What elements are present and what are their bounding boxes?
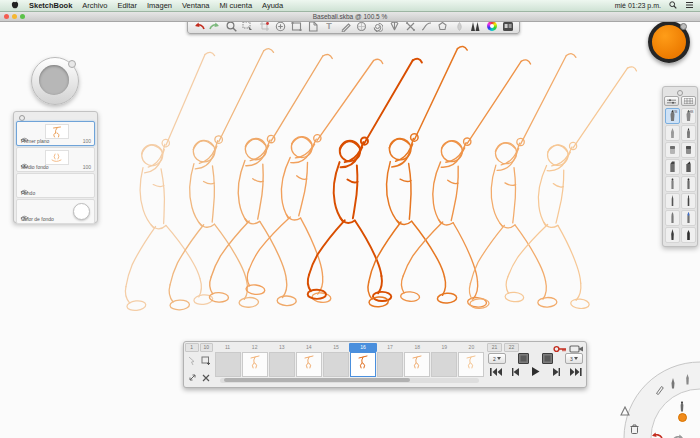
paintbrush-icon — [669, 212, 676, 224]
menu-sketchbook[interactable]: SketchBook — [24, 1, 77, 10]
brush-library-open-button[interactable] — [681, 96, 696, 106]
ruler-number: 22 — [504, 343, 519, 352]
layer-row-primer-plano[interactable]: Primer plano 100 — [16, 121, 95, 146]
layer-row-fondo[interactable]: Fondo — [16, 173, 95, 198]
brush-smudge[interactable] — [681, 227, 696, 243]
lagoon-undo-icon[interactable] — [650, 426, 663, 438]
fan-icon — [389, 21, 400, 32]
frame-number[interactable]: 20 — [458, 343, 485, 352]
layers-panel-header[interactable] — [16, 113, 95, 120]
onion-before-dropdown[interactable]: 2 — [488, 353, 506, 364]
menu-ayuda[interactable]: Ayuda — [257, 1, 288, 10]
brush-pencil-soft[interactable] — [665, 125, 680, 141]
brush-paint-blue[interactable] — [681, 210, 696, 226]
menu-imagen[interactable]: Imagen — [142, 1, 177, 10]
lagoon-pen-icon[interactable] — [684, 371, 691, 389]
frame-thumbnail-empty[interactable] — [215, 352, 241, 377]
play-button[interactable] — [528, 366, 543, 377]
brush-puck-surface[interactable] — [39, 65, 69, 95]
current-color-dot[interactable] — [678, 413, 687, 422]
brush-eraser-soft[interactable] — [665, 142, 680, 158]
layer-row-color-de-fondo[interactable]: Color de fondo — [16, 199, 95, 224]
frame-number-selected[interactable]: 16 — [349, 343, 376, 352]
crop-icon — [259, 21, 270, 32]
frame-number[interactable]: 14 — [295, 343, 322, 352]
puck-handle-dot[interactable] — [680, 23, 687, 30]
frame-thumbnail[interactable] — [242, 352, 268, 377]
onion-skin-before-toggle[interactable] — [518, 353, 529, 364]
brush-eraser-hard[interactable] — [681, 142, 696, 158]
frame-number[interactable]: 18 — [404, 343, 431, 352]
spotlight-icon[interactable] — [669, 1, 677, 11]
frame-number[interactable]: 13 — [268, 343, 295, 352]
menu-ventana[interactable]: Ventana — [177, 1, 215, 10]
brush-ink-dark[interactable] — [665, 227, 680, 243]
color-puck[interactable] — [648, 21, 690, 63]
previous-frame-button[interactable] — [508, 366, 523, 377]
apple-menu-icon[interactable] — [6, 0, 24, 11]
swap-frames-button[interactable] — [185, 369, 199, 386]
fill-icon — [454, 21, 465, 32]
frame-thumbnail-empty[interactable] — [269, 352, 295, 377]
layer-row-medio-fondo[interactable]: Medio fondo 100 — [16, 147, 95, 172]
layer-name: Primer plano — [21, 138, 49, 144]
add-frame-button[interactable] — [199, 352, 213, 369]
menu-bar-clock[interactable]: mié 01:23 p.m. — [615, 2, 661, 9]
lagoon-redo-icon[interactable] — [672, 428, 685, 438]
brush-pencil-hb[interactable]: HB — [681, 108, 696, 124]
background-color-swatch[interactable] — [73, 203, 90, 220]
frame-thumbnail[interactable] — [404, 352, 430, 377]
brush-marker-flat[interactable] — [665, 159, 680, 175]
brush-puck[interactable] — [31, 57, 79, 105]
frame-number[interactable]: 15 — [322, 343, 349, 352]
frame-thumbnail-empty[interactable] — [323, 352, 349, 377]
brush-airbrush-hard[interactable] — [681, 176, 696, 192]
magnifier-icon — [226, 21, 237, 32]
onion-after-dropdown[interactable]: 3 — [565, 353, 583, 364]
lagoon-brush-icon[interactable] — [669, 375, 677, 393]
frame-thumbnail[interactable] — [458, 352, 484, 377]
lagoon-select-icon[interactable] — [620, 402, 630, 420]
delete-frame-button[interactable] — [199, 369, 213, 386]
brush-pen-ink[interactable] — [681, 193, 696, 209]
frame-number[interactable]: 19 — [431, 343, 458, 352]
first-frame-button[interactable] — [488, 366, 503, 377]
brush-settings-button[interactable] — [664, 96, 679, 106]
brush-marker-chisel[interactable] — [681, 159, 696, 175]
menu-editar[interactable]: Editar — [112, 1, 142, 10]
eraser-icon — [669, 144, 676, 156]
frame-thumbnail[interactable] — [296, 352, 322, 377]
frame-select-tool-button[interactable] — [185, 352, 199, 369]
layer-opacity: 100 — [83, 138, 91, 144]
timeline-scrollbar-thumb[interactable] — [224, 378, 410, 382]
timeline-scrollbar-track[interactable] — [220, 378, 479, 383]
frame-number[interactable]: 11 — [214, 343, 241, 352]
next-frame-button[interactable] — [548, 366, 563, 377]
symmetry-icon — [405, 21, 416, 32]
lagoon-pencil-icon[interactable] — [655, 381, 664, 399]
puck-handle-dot[interactable] — [68, 60, 76, 68]
flip-page-icon — [308, 21, 318, 32]
brush-airbrush[interactable] — [665, 176, 680, 192]
layer-thumbnail — [45, 124, 69, 139]
frame-thumbnail-selected[interactable] — [350, 352, 376, 377]
brush-pencil-2b[interactable]: 2B — [665, 108, 680, 124]
delete-x-icon — [202, 374, 210, 382]
brush-round[interactable] — [665, 210, 680, 226]
notification-center-icon[interactable] — [685, 1, 694, 11]
onion-skin-after-toggle[interactable] — [542, 353, 553, 364]
brush-pen-ballpoint[interactable] — [665, 193, 680, 209]
menu-mi-cuenta[interactable]: Mi cuenta — [215, 1, 258, 10]
last-frame-button[interactable] — [568, 366, 583, 377]
trash-icon[interactable] — [630, 420, 639, 438]
menu-archivo[interactable]: Archivo — [77, 1, 112, 10]
grid-icon — [684, 98, 693, 104]
frame-number[interactable]: 17 — [377, 343, 404, 352]
frame-number[interactable]: 12 — [241, 343, 268, 352]
frame-thumbnail-empty[interactable] — [377, 352, 403, 377]
brush-panel-header[interactable] — [664, 88, 696, 95]
transform-icon — [291, 21, 302, 32]
brush-palette-panel: 2B HB — [662, 86, 698, 247]
brush-pencil-hard[interactable] — [681, 125, 696, 141]
frame-thumbnail-empty[interactable] — [431, 352, 457, 377]
